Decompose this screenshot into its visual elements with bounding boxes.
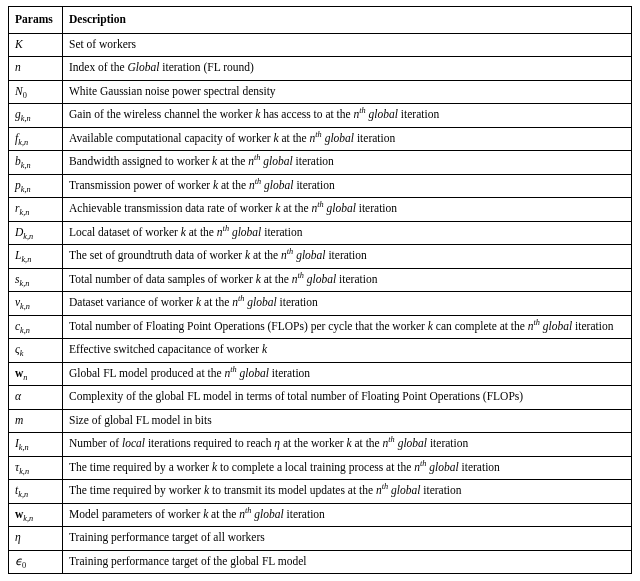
table-row: nIndex of the Global iteration (FL round…	[9, 57, 632, 81]
param-cell: wn	[9, 362, 63, 386]
table-row: bk,nBandwidth assigned to worker k at th…	[9, 151, 632, 175]
param-cell: Lk,n	[9, 245, 63, 269]
header-params: Params	[9, 7, 63, 34]
table-row: Dk,nLocal dataset of worker k at the nth…	[9, 221, 632, 245]
description-cell: The time required by a worker k to compl…	[63, 456, 632, 480]
notation-table: Params Description KSet of workersnIndex…	[8, 6, 632, 574]
param-cell: rk,n	[9, 198, 63, 222]
table-row: pk,nTransmission power of worker k at th…	[9, 174, 632, 198]
description-cell: White Gaussian noise power spectral dens…	[63, 80, 632, 104]
param-cell: ςk	[9, 339, 63, 363]
param-cell: wk,n	[9, 503, 63, 527]
description-cell: Index of the Global iteration (FL round)	[63, 57, 632, 81]
table-row: KSet of workers	[9, 33, 632, 57]
description-cell: Transmission power of worker k at the nt…	[63, 174, 632, 198]
description-cell: Number of local iterations required to r…	[63, 433, 632, 457]
param-cell: Dk,n	[9, 221, 63, 245]
description-cell: Set of workers	[63, 33, 632, 57]
param-cell: pk,n	[9, 174, 63, 198]
table-row: Lk,nThe set of groundtruth data of worke…	[9, 245, 632, 269]
param-cell: tk,n	[9, 480, 63, 504]
table-row: gk,nGain of the wireless channel the wor…	[9, 104, 632, 128]
description-cell: Size of global FL model in bits	[63, 409, 632, 433]
table-row: tk,nThe time required by worker k to tra…	[9, 480, 632, 504]
param-cell: α	[9, 386, 63, 410]
param-cell: gk,n	[9, 104, 63, 128]
param-cell: m	[9, 409, 63, 433]
description-cell: The set of groundtruth data of worker k …	[63, 245, 632, 269]
description-cell: Bandwidth assigned to worker k at the nt…	[63, 151, 632, 175]
param-cell: ck,n	[9, 315, 63, 339]
table-row: τk,nThe time required by a worker k to c…	[9, 456, 632, 480]
description-cell: Gain of the wireless channel the worker …	[63, 104, 632, 128]
table-row: ηTraining performance target of all work…	[9, 527, 632, 551]
param-cell: Ik,n	[9, 433, 63, 457]
description-cell: Model parameters of worker k at the nth …	[63, 503, 632, 527]
description-cell: Dataset variance of worker k at the nth …	[63, 292, 632, 316]
param-cell: N0	[9, 80, 63, 104]
description-cell: Training performance target of all worke…	[63, 527, 632, 551]
table-row: vk,nDataset variance of worker k at the …	[9, 292, 632, 316]
table-row: αComplexity of the global FL model in te…	[9, 386, 632, 410]
description-cell: The time required by worker k to transmi…	[63, 480, 632, 504]
param-cell: τk,n	[9, 456, 63, 480]
table-row: wk,nModel parameters of worker k at the …	[9, 503, 632, 527]
description-cell: Local dataset of worker k at the nth glo…	[63, 221, 632, 245]
table-header-row: Params Description	[9, 7, 632, 34]
table-row: fk,nAvailable computational capacity of …	[9, 127, 632, 151]
param-cell: K	[9, 33, 63, 57]
param-cell: fk,n	[9, 127, 63, 151]
table-row: ck,nTotal number of Floating Point Opera…	[9, 315, 632, 339]
description-cell: Total number of Floating Point Operation…	[63, 315, 632, 339]
param-cell: n	[9, 57, 63, 81]
table-row: mSize of global FL model in bits	[9, 409, 632, 433]
description-cell: Achievable transmission data rate of wor…	[63, 198, 632, 222]
description-cell: Effective switched capacitance of worker…	[63, 339, 632, 363]
param-cell: bk,n	[9, 151, 63, 175]
description-cell: Global FL model produced at the nth glob…	[63, 362, 632, 386]
table-row: ϵ0Training performance target of the glo…	[9, 550, 632, 574]
description-cell: Training performance target of the globa…	[63, 550, 632, 574]
param-cell: η	[9, 527, 63, 551]
table-row: sk,nTotal number of data samples of work…	[9, 268, 632, 292]
table-row: ςkEffective switched capacitance of work…	[9, 339, 632, 363]
table-row: wnGlobal FL model produced at the nth gl…	[9, 362, 632, 386]
param-cell: ϵ0	[9, 550, 63, 574]
description-cell: Available computational capacity of work…	[63, 127, 632, 151]
page: Params Description KSet of workersnIndex…	[0, 0, 640, 580]
description-cell: Complexity of the global FL model in ter…	[63, 386, 632, 410]
param-cell: sk,n	[9, 268, 63, 292]
table-row: N0White Gaussian noise power spectral de…	[9, 80, 632, 104]
table-row: rk,nAchievable transmission data rate of…	[9, 198, 632, 222]
table-row: Ik,nNumber of local iterations required …	[9, 433, 632, 457]
table-body: KSet of workersnIndex of the Global iter…	[9, 33, 632, 574]
description-cell: Total number of data samples of worker k…	[63, 268, 632, 292]
header-description: Description	[63, 7, 632, 34]
param-cell: vk,n	[9, 292, 63, 316]
